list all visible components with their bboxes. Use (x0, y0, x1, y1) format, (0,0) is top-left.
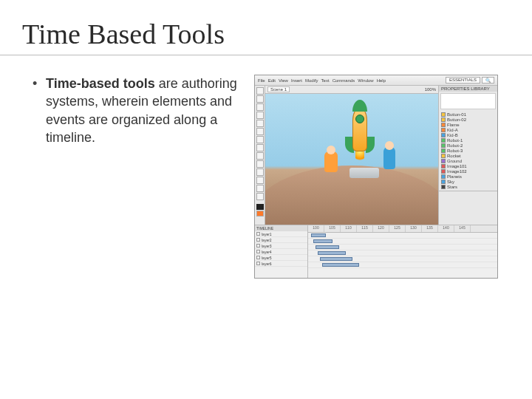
keyframe-span[interactable] (318, 251, 346, 255)
keyframe-span[interactable] (311, 233, 326, 237)
bullet-list: Time-based tools are authoring systems, … (27, 75, 241, 279)
library-item-label: Button-02 (447, 117, 466, 122)
library-item-swatch-icon (441, 180, 446, 184)
library-item[interactable]: Planets (441, 174, 495, 179)
keyframe-span[interactable] (313, 239, 332, 243)
timeline-layer[interactable]: layer1 (255, 231, 307, 237)
zoom-indicator[interactable]: 100% (425, 87, 436, 92)
subselect-tool-icon[interactable] (256, 95, 264, 103)
menu-edit[interactable]: Edit (268, 78, 276, 83)
artwork-rocket (345, 100, 375, 166)
timeline-track[interactable] (308, 250, 497, 256)
library-item-swatch-icon (441, 149, 446, 153)
bucket-tool-icon[interactable] (256, 168, 264, 176)
layer-color-icon (256, 256, 260, 259)
ruler-tick: 140 (438, 225, 454, 232)
timeline-layer[interactable]: layer3 (255, 243, 307, 249)
library-item[interactable]: Sky (441, 180, 495, 184)
menu-view[interactable]: View (279, 78, 288, 83)
eyedropper-tool-icon[interactable] (256, 177, 264, 184)
menu-modify[interactable]: Modify (305, 78, 318, 83)
menu-text[interactable]: Text (321, 78, 330, 83)
transform-tool-icon[interactable] (256, 103, 264, 111)
library-item[interactable]: Robot-1 (441, 138, 495, 143)
menu-help[interactable]: Help (377, 78, 386, 83)
lasso-tool-icon[interactable] (256, 112, 264, 119)
library-item-label: Kid-A (447, 128, 458, 132)
library-item[interactable]: Button-02 (441, 117, 495, 122)
workspace-switcher[interactable]: ESSENTIALS (446, 77, 480, 83)
keyframe-span[interactable] (322, 263, 359, 267)
pencil-tool-icon[interactable] (256, 152, 264, 160)
library-item[interactable]: Robot-2 (441, 143, 495, 148)
library-item-label: Button-01 (447, 112, 466, 117)
pen-tool-icon[interactable] (256, 120, 264, 127)
library-item-swatch-icon (441, 133, 446, 137)
fill-swatch[interactable] (256, 211, 264, 216)
layer-color-icon (256, 244, 260, 248)
layer-color-icon (256, 238, 260, 242)
ruler-tick: 110 (341, 225, 357, 232)
library-item-list: Button-01Button-02FlameKid-AKid-BRobot-1… (439, 111, 497, 191)
timeline-layer[interactable]: layer5 (255, 255, 307, 261)
eraser-tool-icon[interactable] (256, 185, 264, 192)
timeline-track[interactable] (308, 256, 497, 262)
timeline-track[interactable] (308, 239, 497, 245)
slide-title: Time Based Tools (22, 18, 505, 50)
brush-tool-icon[interactable] (256, 160, 264, 168)
timeline-track[interactable] (308, 245, 497, 250)
library-item[interactable]: Stars (441, 185, 495, 189)
library-item[interactable]: Flame (441, 123, 495, 127)
rect-tool-icon[interactable] (256, 144, 264, 151)
scene-tab[interactable]: Scene 1 (267, 86, 290, 92)
library-item[interactable]: Rocket (441, 154, 495, 158)
library-item-swatch-icon (441, 185, 446, 189)
timeline-panel: TIMELINE layer1layer2layer3layer4layer5l… (255, 225, 497, 278)
library-item-label: Robot-1 (447, 138, 463, 143)
keyframe-span[interactable] (320, 257, 352, 261)
ruler-tick: 120 (373, 225, 389, 232)
right-panel-group: PROPERTIES LIBRARY Button-01Button-02Fla… (438, 86, 497, 225)
menu-file[interactable]: File (258, 78, 265, 83)
library-item[interactable]: Kid-A (441, 128, 495, 132)
timeline-track[interactable] (308, 233, 497, 239)
menu-insert[interactable]: Insert (291, 78, 302, 83)
menu-window[interactable]: Window (358, 78, 373, 83)
library-item[interactable]: Button-01 (441, 112, 495, 117)
hand-tool-icon[interactable] (256, 193, 264, 200)
line-tool-icon[interactable] (256, 136, 264, 143)
timeline-layer[interactable]: layer4 (255, 249, 307, 255)
timeline-ruler[interactable]: 100105110115120125130135140145 (308, 225, 497, 233)
keyframe-span[interactable] (316, 245, 339, 249)
library-panel: PROPERTIES LIBRARY Button-01Button-02Fla… (439, 86, 497, 191)
timeline-layer[interactable]: layer2 (255, 237, 307, 243)
library-item[interactable]: Kid-B (441, 133, 495, 137)
timeline-layer[interactable]: layer6 (255, 261, 307, 267)
artwork-debris (349, 168, 379, 178)
library-item[interactable]: Robot-3 (441, 149, 495, 153)
layer-color-icon (256, 232, 260, 236)
library-item[interactable]: Image102 (441, 169, 495, 174)
slide: Time Based Tools Time-based tools are au… (0, 0, 532, 399)
library-item-label: Sky (447, 180, 454, 184)
stroke-swatch[interactable] (256, 204, 264, 210)
library-item-label: Image102 (447, 169, 467, 174)
stage-canvas[interactable] (265, 94, 438, 225)
library-item-label: Kid-B (447, 133, 458, 137)
layer-color-icon (256, 250, 260, 253)
timeline-track[interactable] (308, 262, 497, 268)
timeline-tracks: 100105110115120125130135140145 (308, 225, 497, 278)
ruler-tick: 105 (324, 225, 341, 232)
ruler-tick: 100 (308, 225, 324, 232)
library-item-label: Image101 (447, 164, 467, 168)
library-item[interactable]: Ground (441, 159, 495, 163)
menu-commands[interactable]: Commands (332, 78, 355, 83)
artwork-flame (355, 151, 364, 163)
text-tool-icon[interactable] (256, 128, 264, 135)
search-box[interactable]: 🔍 (482, 77, 494, 83)
selection-tool-icon[interactable] (256, 87, 264, 95)
library-panel-header[interactable]: PROPERTIES LIBRARY (439, 86, 497, 92)
library-item-label: Planets (447, 174, 462, 179)
library-item[interactable]: Image101 (441, 164, 495, 168)
library-item-swatch-icon (441, 143, 446, 148)
